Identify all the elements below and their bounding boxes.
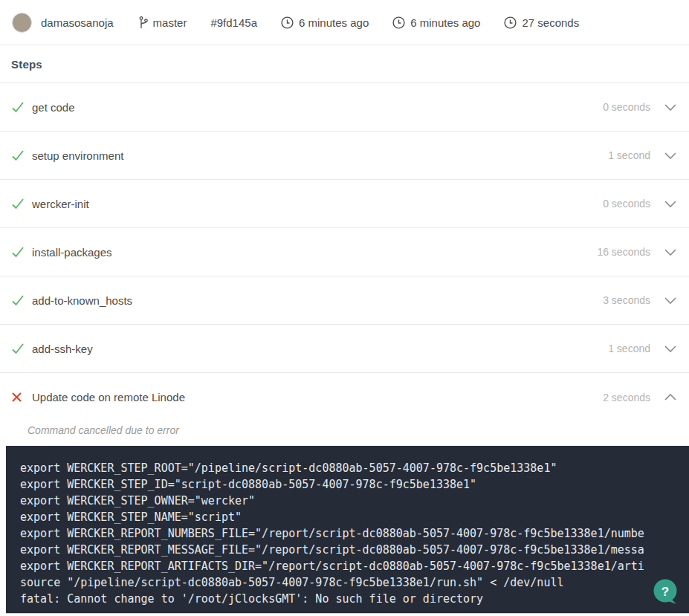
chevron-down-icon[interactable] [664, 200, 677, 208]
step-row-setup-environment[interactable]: setup environment 1 second [0, 132, 689, 180]
step-duration: 2 seconds [603, 392, 650, 403]
terminal-line: export WERCKER_STEP_OWNER="wercker" [20, 493, 689, 509]
build-header: damasosanoja master #9fd145a 6 minutes a… [0, 0, 689, 45]
terminal-line: export WERCKER_REPORT_ARTIFACTS_DIR="/re… [20, 558, 689, 574]
terminal-line: export WERCKER_REPORT_NUMBERS_FILE="/rep… [20, 525, 689, 542]
terminal-line: export WERCKER_REPORT_MESSAGE_FILE="/rep… [20, 542, 689, 558]
username-link[interactable]: damasosanoja [41, 16, 114, 29]
time-created-label: 6 minutes ago [299, 16, 369, 29]
chevron-down-icon[interactable] [664, 296, 677, 305]
avatar[interactable] [12, 13, 32, 33]
step-error-message: Command cancelled due to error [0, 421, 689, 439]
help-button[interactable]: ? [652, 578, 680, 606]
chevron-down-icon[interactable] [664, 248, 677, 256]
time-finished-label: 6 minutes ago [410, 16, 480, 29]
help-bubble-icon: ? [652, 578, 680, 606]
terminal-line: source "/pipeline/script-dc0880ab-5057-4… [20, 574, 689, 591]
steps-section-header: Steps [0, 45, 689, 83]
step-label: install-packages [32, 246, 597, 259]
step-label: add-ssh-key [32, 343, 608, 355]
step-label: get code [32, 101, 603, 114]
error-x-icon [11, 392, 26, 403]
step-row-install-packages[interactable]: install-packages 16 seconds [0, 228, 689, 276]
commit-link[interactable]: #9fd145a [210, 16, 257, 29]
chevron-down-icon[interactable] [664, 152, 677, 160]
svg-text:?: ? [661, 585, 669, 599]
chevron-up-icon[interactable] [664, 393, 677, 401]
git-branch-icon [139, 16, 148, 29]
step-row-add-to-known-hosts[interactable]: add-to-known_hosts 3 seconds [0, 276, 689, 325]
terminal-line: fatal: Cannot change to '/root/jClocksGM… [20, 591, 689, 607]
time-created: 6 minutes ago [281, 16, 369, 29]
success-check-icon [11, 294, 26, 306]
step-duration: 0 seconds [603, 101, 650, 113]
steps-title: Steps [11, 58, 42, 71]
terminal-line: export WERCKER_STEP_ROOT="/pipeline/scri… [20, 460, 689, 476]
step-log-terminal[interactable]: export WERCKER_STEP_ROOT="/pipeline/scri… [6, 446, 689, 614]
clock-icon [504, 16, 517, 29]
step-duration: 3 seconds [603, 294, 650, 306]
step-duration: 0 seconds [603, 198, 650, 210]
step-duration: 1 second [608, 343, 650, 354]
branch-info: master [139, 16, 187, 29]
step-label: wercker-init [32, 198, 603, 210]
step-row-wercker-init[interactable]: wercker-init 0 seconds [0, 180, 689, 228]
chevron-down-icon[interactable] [664, 103, 677, 111]
step-label: setup environment [32, 149, 608, 162]
branch-name: master [153, 16, 187, 29]
clock-icon [392, 16, 405, 29]
success-check-icon [11, 198, 26, 210]
step-row-update-code-on-remote-linode[interactable]: Update code on remote Linode 2 seconds [0, 373, 689, 421]
time-duration-label: 27 seconds [522, 16, 579, 29]
clock-icon [281, 16, 294, 29]
step-row-get-code[interactable]: get code 0 seconds [0, 83, 689, 132]
step-label: Update code on remote Linode [32, 391, 603, 403]
step-label: add-to-known_hosts [32, 294, 603, 307]
time-duration: 27 seconds [504, 16, 579, 29]
time-finished: 6 minutes ago [392, 16, 480, 29]
success-check-icon [11, 101, 26, 113]
terminal-line: export WERCKER_STEP_NAME="script" [20, 509, 689, 525]
terminal-line: export WERCKER_STEP_ID="script-dc0880ab-… [20, 476, 689, 493]
success-check-icon [11, 343, 26, 354]
step-duration: 16 seconds [597, 246, 650, 258]
step-row-add-ssh-key[interactable]: add-ssh-key 1 second [0, 325, 689, 373]
success-check-icon [11, 149, 26, 161]
step-duration: 1 second [608, 149, 650, 161]
chevron-down-icon[interactable] [664, 345, 677, 353]
success-check-icon [11, 246, 26, 258]
